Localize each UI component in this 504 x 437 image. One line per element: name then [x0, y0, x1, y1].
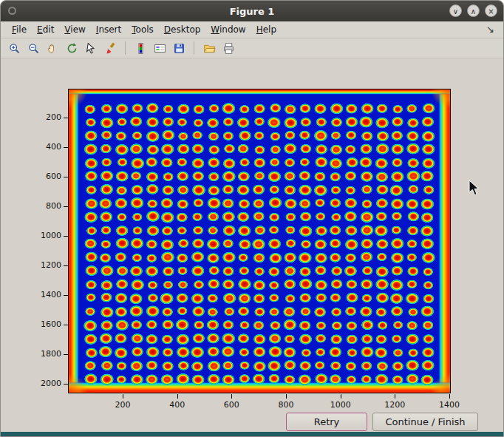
zoom-in-button[interactable]	[5, 40, 23, 56]
zoom-out-icon	[27, 42, 40, 55]
menu-desktop[interactable]: Desktop	[159, 23, 206, 36]
insert-legend-icon	[154, 42, 166, 55]
brush-icon	[104, 42, 117, 55]
zoom-out-button[interactable]	[24, 40, 42, 56]
print-icon	[222, 42, 235, 55]
toolbar	[1, 38, 503, 58]
save-button[interactable]	[170, 40, 188, 56]
brush-button[interactable]	[101, 40, 119, 56]
menu-help[interactable]: Help	[251, 23, 282, 36]
pan-button[interactable]	[44, 40, 61, 56]
plot-image[interactable]	[68, 89, 451, 393]
zoom-in-icon	[8, 42, 21, 55]
rotate-3d-button[interactable]	[63, 40, 81, 56]
retry-button[interactable]: Retry	[286, 413, 367, 431]
pan-icon	[47, 42, 59, 55]
dock-figure-icon[interactable]: ↘	[486, 24, 494, 35]
data-cursor-icon	[85, 42, 98, 55]
bottom-strip	[1, 432, 503, 437]
menu-view[interactable]: View	[59, 23, 90, 36]
menu-bar: FileEditViewInsertToolsDesktopWindowHelp	[1, 21, 503, 38]
close-button[interactable]: ×	[485, 4, 497, 17]
print-button[interactable]	[219, 40, 237, 56]
toolbar-separator	[194, 41, 194, 55]
rotate-3d-icon	[66, 42, 78, 55]
open-button[interactable]	[200, 40, 218, 56]
insert-colorbar-icon	[134, 42, 147, 55]
window-controls: ∨ ∧ ×	[449, 4, 497, 17]
save-icon	[173, 42, 185, 55]
titlebar[interactable]: Figure 1 ∨ ∧ ×	[1, 1, 503, 21]
menu-items: FileEditViewInsertToolsDesktopWindowHelp	[7, 24, 282, 35]
insert-colorbar-button[interactable]	[132, 40, 149, 56]
shade-button[interactable]: ∨	[449, 4, 462, 17]
toolbar-separator	[125, 41, 126, 55]
menu-file[interactable]: File	[7, 23, 32, 36]
maximize-button[interactable]: ∧	[467, 4, 480, 17]
figure-window: Figure 1 ∨ ∧ × FileEditViewInsertToolsDe…	[0, 0, 504, 437]
menu-edit[interactable]: Edit	[32, 23, 59, 36]
window-menu-icon[interactable]	[8, 7, 16, 15]
menu-window[interactable]: Window	[205, 23, 251, 36]
continue-button[interactable]: Continue / Finish	[372, 413, 478, 431]
window-title: Figure 1	[230, 6, 275, 17]
open-icon	[203, 42, 216, 55]
menu-insert[interactable]: Insert	[91, 23, 126, 36]
menu-tools[interactable]: Tools	[126, 23, 159, 36]
data-cursor-button[interactable]	[82, 40, 100, 56]
insert-legend-button[interactable]	[151, 40, 168, 56]
